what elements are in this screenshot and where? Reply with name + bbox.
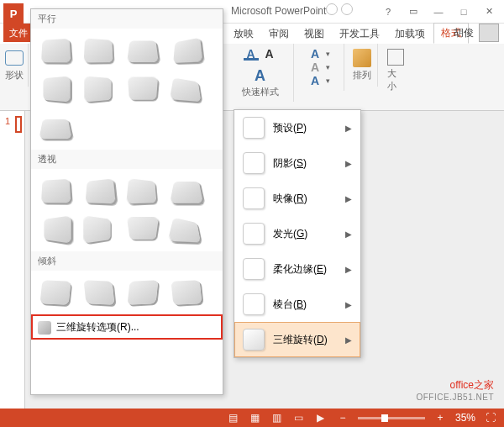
fit-to-window-button[interactable]: ⛶ xyxy=(484,412,497,424)
text-outline-icon[interactable]: A xyxy=(262,47,277,61)
close-button[interactable]: ✕ xyxy=(477,3,501,20)
rotation-preset[interactable] xyxy=(123,276,162,309)
sorter-view-button[interactable]: ▥ xyxy=(270,412,284,424)
submenu-bevel[interactable]: 棱台(B) ▶ xyxy=(234,287,360,322)
watermark-main: office之家 xyxy=(416,378,494,393)
submenu-label: 柔化边缘(E) xyxy=(273,262,327,277)
maximize-button[interactable]: □ xyxy=(452,3,475,20)
zoom-level[interactable]: 35% xyxy=(455,412,475,424)
tab-file[interactable]: 文件 xyxy=(3,24,34,42)
rotation-preset[interactable] xyxy=(123,34,162,67)
quick-styles-button[interactable]: A xyxy=(249,64,272,84)
username[interactable]: 胡俊 xyxy=(454,26,474,40)
submenu-label: 三维旋转(D) xyxy=(273,333,328,347)
submenu-label: 阴影(S) xyxy=(273,156,307,171)
rotation-options-icon xyxy=(38,321,51,335)
rotation-preset[interactable] xyxy=(80,34,118,67)
notes-button[interactable]: ▤ xyxy=(227,412,240,424)
submenu-glow[interactable]: 发光(G) ▶ xyxy=(234,216,360,251)
chevron-right-icon: ▶ xyxy=(345,265,352,274)
help-button[interactable]: ? xyxy=(376,3,400,20)
size-button[interactable]: 大小 xyxy=(384,47,407,94)
size-icon xyxy=(387,49,404,66)
reading-view-button[interactable]: ▭ xyxy=(292,412,306,424)
watermark: office之家 OFFICE.JB51.NET xyxy=(416,378,494,402)
minimize-button[interactable]: — xyxy=(427,3,450,20)
rotation-preset[interactable] xyxy=(167,276,206,309)
tab-view[interactable]: 视图 xyxy=(297,24,331,44)
tab-slideshow[interactable]: 放映 xyxy=(227,24,260,44)
submenu-label: 预设(P) xyxy=(273,121,307,135)
slide-thumbnail[interactable] xyxy=(15,116,22,133)
avatar[interactable] xyxy=(479,24,499,42)
submenu-soft-edges[interactable]: 柔化边缘(E) ▶ xyxy=(234,251,360,287)
shadow-icon xyxy=(243,152,265,174)
slide-number: 1 xyxy=(5,116,10,126)
tab-review[interactable]: 审阅 xyxy=(262,24,296,44)
shape-icon xyxy=(5,50,24,66)
ribbon-toggle-button[interactable]: ▭ xyxy=(402,3,425,20)
arrange-icon xyxy=(353,49,371,67)
rotation-preset[interactable] xyxy=(167,72,206,106)
submenu-reflection[interactable]: 映像(R) ▶ xyxy=(234,181,360,216)
glow-icon xyxy=(243,223,265,245)
rotation-preset[interactable] xyxy=(167,174,206,208)
arrange-group: 排列 xyxy=(346,44,378,87)
reflection-icon xyxy=(243,187,265,209)
text-fill-icon[interactable]: A xyxy=(244,47,259,61)
slideshow-button[interactable]: ▶ xyxy=(314,412,328,424)
style-a1-icon[interactable]: A xyxy=(307,47,323,61)
rotation-preset[interactable] xyxy=(80,213,118,246)
chevron-right-icon: ▶ xyxy=(345,124,352,133)
rotation-preset[interactable] xyxy=(36,276,75,309)
rotation-preset[interactable] xyxy=(36,111,75,145)
insert-shapes-group: 形状 xyxy=(0,44,29,87)
rotation-preset[interactable] xyxy=(36,174,75,208)
style-a3-icon[interactable]: A xyxy=(307,74,323,87)
chevron-right-icon: ▶ xyxy=(345,335,352,345)
section-parallel: 平行 xyxy=(31,9,223,29)
rotation-preset[interactable] xyxy=(36,34,75,67)
rotation-preset[interactable] xyxy=(123,72,162,106)
rotation-options-item[interactable]: 三维旋转选项(R)... xyxy=(31,314,223,340)
watermark-sub: OFFICE.JB51.NET xyxy=(416,393,494,402)
section-oblique: 倾斜 xyxy=(31,251,223,271)
style-a2-icon[interactable]: A xyxy=(307,61,323,74)
submenu-shadow[interactable]: 阴影(S) ▶ xyxy=(234,145,360,181)
submenu-3d-rotation[interactable]: 三维旋转(D) ▶ xyxy=(234,322,360,357)
shapes-button[interactable]: 形状 xyxy=(0,47,29,83)
wordart-group: A A A 快速样式 xyxy=(227,44,294,102)
chevron-right-icon: ▶ xyxy=(345,300,352,309)
submenu-label: 发光(G) xyxy=(273,227,307,241)
submenu-preset[interactable]: 预设(P) ▶ xyxy=(234,110,360,145)
shape-effects-submenu: 预设(P) ▶ 阴影(S) ▶ 映像(R) ▶ 发光(G) ▶ 柔化边缘(E) … xyxy=(234,109,361,358)
zoom-slider[interactable] xyxy=(358,417,425,419)
zoom-out-button[interactable]: − xyxy=(336,412,349,424)
submenu-label: 映像(R) xyxy=(273,192,307,206)
rotation-preset[interactable] xyxy=(123,213,162,246)
tab-developer[interactable]: 开发工具 xyxy=(333,24,386,44)
rotation-preset[interactable] xyxy=(36,72,75,106)
rotation-preset[interactable] xyxy=(123,174,162,208)
rotation-preset[interactable] xyxy=(80,174,118,208)
soft-edges-icon xyxy=(243,258,265,280)
rotation-preset[interactable] xyxy=(36,213,75,246)
chevron-right-icon: ▶ xyxy=(345,159,352,168)
arrange-label: 排列 xyxy=(353,69,371,82)
arrange-button[interactable]: 排列 xyxy=(349,47,375,83)
submenu-label: 棱台(B) xyxy=(273,298,307,312)
rotation-options-label: 三维旋转选项(R)... xyxy=(56,320,139,335)
quickstyle-label: 快速样式 xyxy=(242,86,279,98)
tab-addins[interactable]: 加载项 xyxy=(388,24,432,44)
slide-thumbnail-rail: 1 xyxy=(0,111,25,409)
rotation-preset[interactable] xyxy=(80,72,118,106)
emoji-icons xyxy=(326,3,353,15)
app-icon: P xyxy=(3,3,24,24)
rotation-preset[interactable] xyxy=(167,213,206,246)
normal-view-button[interactable]: ▦ xyxy=(249,412,262,424)
rotation-preset[interactable] xyxy=(80,276,118,309)
zoom-in-button[interactable]: + xyxy=(433,412,447,424)
rotation-preset[interactable] xyxy=(167,34,206,67)
perspective-grid xyxy=(31,169,223,251)
parallel-grid xyxy=(31,29,223,150)
